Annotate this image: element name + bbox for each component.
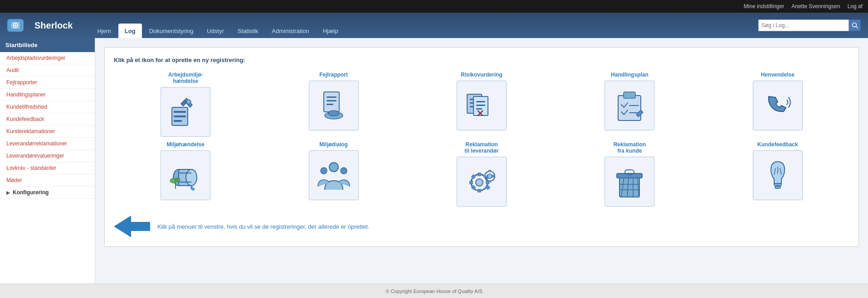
nav-item-hjaelp[interactable]: Hjælp: [317, 24, 345, 38]
icon-label-fejlrapport: Fejlrapport: [319, 72, 348, 78]
arrow-left-icon: [114, 216, 150, 237]
icon-img-arbejdsmiljoe: [161, 87, 210, 137]
icon-reklamation-kunde[interactable]: Reklamationfra kunde: [558, 141, 701, 207]
arrow-hint: Klik på menuer til venstre, hvis du vil …: [114, 216, 849, 237]
search-button[interactable]: [849, 19, 861, 31]
sidebar: Startbillede Arbejdspladsvurderinger Aud…: [0, 38, 95, 284]
click-instruction: Klik på et ikon for at oprette en ny reg…: [114, 57, 849, 63]
svg-point-36: [186, 169, 197, 186]
icon-label-reklamation-kunde: Reklamationfra kunde: [614, 141, 646, 154]
icon-img-henvendelse: [753, 81, 803, 130]
nav-item-udstyr[interactable]: Udstyr: [200, 24, 230, 38]
icon-img-risikovurdering: [457, 81, 507, 130]
icon-reklamation-leverandoer[interactable]: Reklamationtil leverandør: [410, 141, 553, 207]
svg-rect-7: [174, 115, 186, 117]
svg-rect-48: [478, 189, 481, 192]
sidebar-item-konfigurering[interactable]: ▶ Konfigurering: [0, 187, 95, 199]
icon-label-henvendelse: Henvendelse: [761, 72, 795, 78]
svg-point-2: [15, 24, 16, 26]
icon-risikovurdering[interactable]: Risikovurdering: [410, 72, 553, 137]
icon-img-handlingsplan: [605, 81, 654, 130]
icon-img-reklamation-kunde: [605, 157, 654, 207]
nav-item-statistik[interactable]: Statistik: [231, 24, 265, 38]
svg-rect-59: [483, 175, 486, 178]
nav-item-administration[interactable]: Administration: [265, 24, 315, 38]
svg-rect-10: [324, 92, 339, 112]
content-box: Klik på et ikon for at oprette en ny reg…: [104, 47, 859, 247]
sidebar-item-audit[interactable]: Audit: [0, 64, 95, 77]
icon-kundefeedback[interactable]: Kundefeedback: [706, 141, 849, 207]
svg-rect-49: [469, 181, 473, 184]
svg-rect-26: [618, 96, 641, 120]
icon-handlingsplan[interactable]: Handlingsplan: [558, 72, 701, 137]
app-logo: [7, 19, 24, 32]
sidebar-item-leverandoerreklamationer[interactable]: Leverandørreklamationer: [0, 138, 95, 150]
sidebar-item-kundetilfredshed[interactable]: Kundetilfredshed: [0, 101, 95, 113]
icon-img-reklamation-leverandoer: [457, 157, 507, 207]
icon-miljoedialog[interactable]: Miljødialog: [262, 141, 405, 207]
svg-rect-58: [488, 180, 491, 183]
icon-label-miljoedialog: Miljødialog: [319, 141, 348, 148]
icon-miljoehændelse[interactable]: Miljøhændelse: [114, 141, 257, 207]
nav-item-dokumentstyring[interactable]: Dokumentstyring: [143, 24, 200, 38]
svg-marker-75: [114, 216, 150, 237]
svg-rect-27: [624, 92, 635, 98]
konfigurering-label: Konfigurering: [13, 189, 49, 196]
sidebar-item-lovkrav[interactable]: Lovkrav - standarder: [0, 162, 95, 174]
icon-label-kundefeedback: Kundefeedback: [757, 141, 798, 148]
svg-rect-21: [476, 101, 485, 102]
arrow-icon: ▶: [6, 190, 10, 195]
icons-grid: Arbejdsmiljø-hændelse: [114, 72, 849, 207]
svg-rect-23: [476, 108, 482, 110]
search-area: [758, 19, 861, 31]
search-input[interactable]: [758, 19, 849, 31]
main-content: Klik på et ikon for at oprette en ny reg…: [95, 38, 868, 284]
sidebar-item-moeder[interactable]: Møder: [0, 174, 95, 187]
svg-rect-22: [476, 105, 485, 106]
logout-link[interactable]: Log af: [848, 3, 863, 10]
sidebar-header: Startbillede: [0, 38, 95, 52]
svg-rect-71: [775, 186, 780, 188]
svg-point-15: [328, 111, 339, 116]
svg-point-43: [321, 168, 327, 174]
app-title: Sherlock: [34, 20, 73, 31]
icon-fejlrapport[interactable]: Fejlrapport: [262, 72, 405, 137]
icon-img-miljoehændelse: [161, 150, 210, 200]
settings-link[interactable]: Mine indstillinger: [744, 3, 784, 10]
icon-label-handlingsplan: Handlingsplan: [611, 72, 649, 78]
svg-rect-11: [327, 96, 336, 98]
svg-point-42: [329, 163, 338, 172]
svg-point-46: [476, 179, 483, 186]
icon-henvendelse[interactable]: Henvendelse: [706, 72, 849, 137]
svg-point-56: [488, 174, 492, 178]
svg-point-9: [186, 100, 191, 104]
sidebar-item-leverandoerevalueringer[interactable]: Leverandørevalueringer: [0, 150, 95, 162]
icon-img-fejlrapport: [309, 81, 359, 130]
svg-rect-47: [478, 173, 481, 176]
nav-item-log[interactable]: Log: [118, 24, 142, 38]
svg-rect-57: [488, 170, 491, 172]
sidebar-item-kundefeedback[interactable]: Kundefeedback: [0, 113, 95, 125]
sidebar-item-arbejdspladsvurderinger[interactable]: Arbejdspladsvurderinger: [0, 52, 95, 64]
sidebar-item-fejlrapporter[interactable]: Fejlrapporter: [0, 77, 95, 89]
icon-img-miljoedialog: [309, 150, 359, 200]
username-label: Anette Svenningsen: [791, 3, 840, 10]
sidebar-item-kundereklamationer[interactable]: Kundereklamationer: [0, 125, 95, 138]
svg-rect-8: [174, 120, 182, 122]
arrow-text: Klik på menuer til venstre, hvis du vil …: [157, 223, 370, 230]
icon-label-reklamation-leverandoer: Reklamationtil leverandør: [464, 141, 498, 154]
svg-point-44: [341, 168, 347, 174]
sidebar-item-handlingsplaner[interactable]: Handlingsplaner: [0, 89, 95, 101]
footer: © Copyright European House of Quality A/…: [0, 284, 868, 298]
svg-rect-12: [327, 100, 336, 101]
icon-label-miljoehændelse: Miljøhændelse: [167, 141, 205, 148]
footer-text: © Copyright European House of Quality A/…: [385, 288, 483, 294]
svg-rect-13: [327, 104, 333, 105]
svg-point-41: [175, 178, 180, 182]
main-nav: Hjem Log Dokumentstyring Udstyr Statisti…: [91, 13, 749, 38]
icon-arbejdsmiljoe[interactable]: Arbejdsmiljø-hændelse: [114, 72, 257, 137]
svg-rect-6: [174, 111, 186, 113]
nav-item-hjem[interactable]: Hjem: [91, 24, 117, 38]
icon-img-kundefeedback: [753, 150, 803, 200]
icon-label-risikovurdering: Risikovurdering: [461, 72, 502, 78]
